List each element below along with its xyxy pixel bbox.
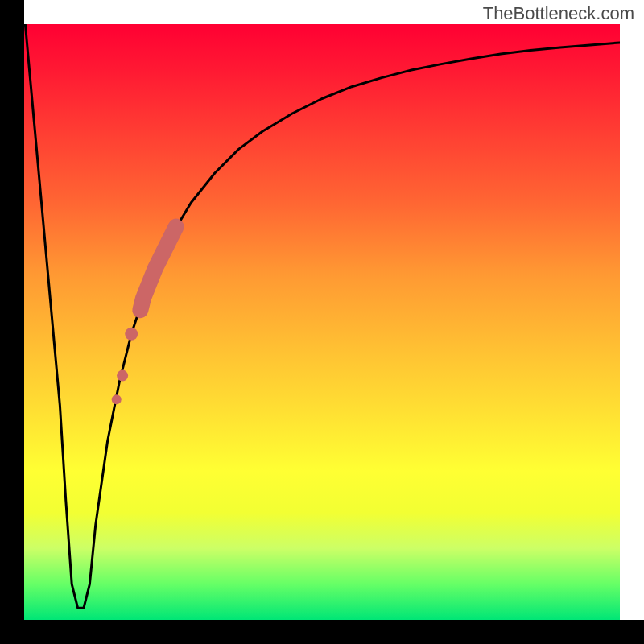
y-axis [0, 0, 24, 644]
highlight-dot [125, 328, 138, 341]
plot-area [24, 24, 620, 620]
highlight-segment [112, 227, 176, 405]
curve-svg [24, 24, 620, 620]
watermark-text: TheBottleneck.com [483, 3, 634, 24]
highlight-thick [140, 227, 175, 311]
chart-container: TheBottleneck.com [0, 0, 644, 644]
bottleneck-curve [24, 24, 620, 608]
x-axis [0, 620, 644, 644]
highlight-dot [112, 394, 122, 404]
highlight-dot [117, 370, 128, 382]
